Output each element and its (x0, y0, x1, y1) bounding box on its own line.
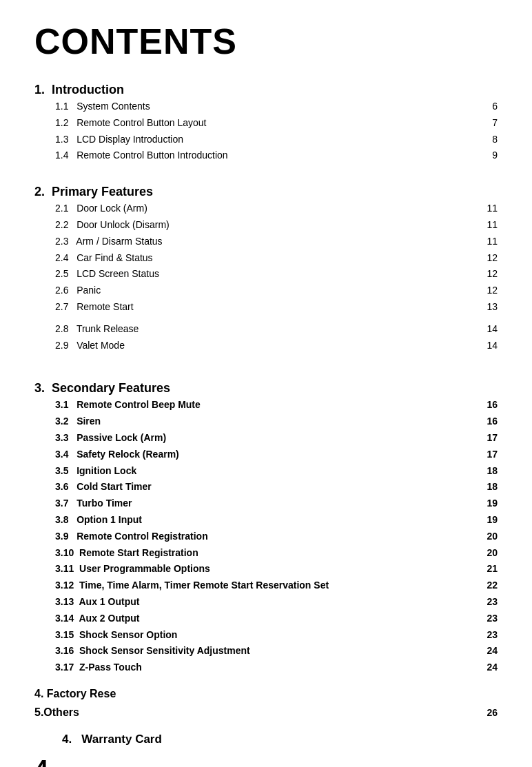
item-3-7: 3.7 Turbo Timer (55, 495, 477, 512)
item-2-8: 2.8 Trunk Release (55, 321, 477, 338)
item-2-7: 2.7 Remote Start (55, 299, 477, 316)
item-1-2: 1.2 Remote Control Button Layout (55, 115, 477, 132)
item-3-9: 3.9 Remote Control Registration (55, 529, 477, 545)
section-3: 3. Secondary Features 3.1 Remote Control… (34, 381, 498, 676)
warranty-card: 4. Warranty Card (62, 730, 477, 750)
section-1: 1. Introduction 1.1 System Contents 6 1.… (34, 83, 498, 164)
bottom-section: 4. Warranty Card (34, 730, 498, 750)
item-2-9: 2.9 Valet Mode (55, 338, 477, 354)
section-1-label: 1. Introduction (34, 83, 124, 97)
item-5: 5.Others (34, 703, 477, 722)
item-3-4: 3.4 Safety Relock (Rearm) (55, 447, 477, 463)
item-3-17: 3.17 Z-Pass Touch (55, 659, 477, 676)
page-number-large: 4 (34, 755, 48, 767)
page-footer: 4 27 (34, 755, 498, 767)
item-3-16: 3.16 Shock Sensor Sensitivity Adjustment (55, 643, 477, 659)
item-1-1: 1.1 System Contents (55, 99, 477, 115)
item-3-14: 3.14 Aux 2 Output (55, 611, 477, 627)
item-4: 4. Factory Rese (34, 684, 477, 703)
item-1-4: 1.4 Remote Control Button Introduction (55, 147, 477, 164)
item-2-6: 2.6 Panic (55, 283, 477, 299)
section-4: 4. Factory Rese 5.Others 26 (34, 684, 498, 722)
item-1-3: 1.3 LCD Display Introduction (55, 132, 477, 148)
item-3-12: 3.12 Time, Time Alarm, Timer Remote Star… (55, 577, 477, 594)
item-3-1: 3.1 Remote Control Beep Mute (55, 397, 477, 413)
item-3-10: 3.10 Remote Start Registration (55, 545, 477, 562)
section-3-label: 3. Secondary Features (34, 381, 170, 396)
section-2-label: 2. Primary Features (34, 185, 153, 199)
item-2-2: 2.2 Door Unlock (Disarm) (55, 217, 477, 234)
item-2-4: 2.4 Car Find & Status (55, 250, 477, 267)
item-3-15: 3.15 Shock Sensor Option (55, 627, 477, 644)
item-2-1: 2.1 Door Lock (Arm) (55, 201, 477, 217)
page-title: CONTENTS (34, 21, 498, 62)
item-3-11: 3.11 User Programmable Options (55, 561, 477, 577)
item-3-6: 3.6 Cold Start Timer (55, 479, 477, 495)
section-2: 2. Primary Features 2.1 Door Lock (Arm) … (34, 185, 498, 354)
item-2-3: 2.3 Arm / Disarm Status (55, 234, 477, 250)
item-3-3: 3.3 Passive Lock (Arm) (55, 430, 477, 447)
item-3-2: 3.2 Siren (55, 413, 477, 430)
item-2-5: 2.5 LCD Screen Status (55, 266, 477, 283)
toc-container: 1. Introduction 1.1 System Contents 6 1.… (34, 83, 498, 767)
item-3-5: 3.5 Ignition Lock (55, 463, 477, 480)
item-3-8: 3.8 Option 1 Input (55, 512, 477, 529)
item-3-13: 3.13 Aux 1 Output (55, 594, 477, 611)
